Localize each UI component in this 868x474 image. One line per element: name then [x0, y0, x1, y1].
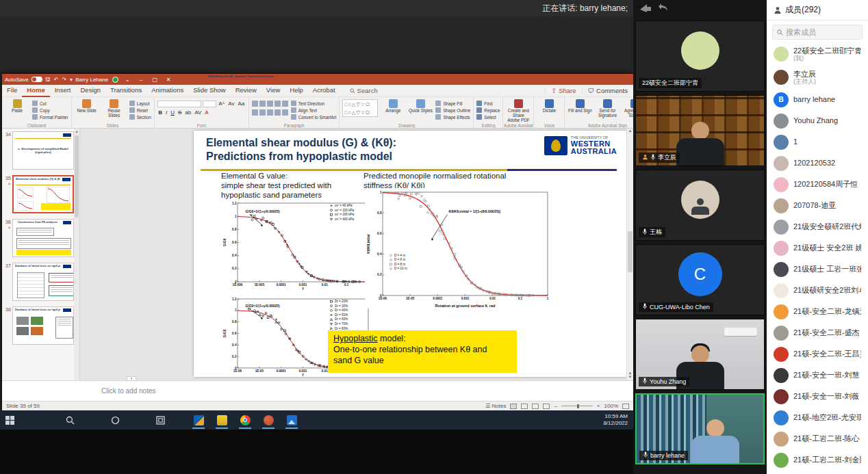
ribbon-button-find[interactable]: Find: [476, 101, 500, 106]
member-row-21硕-工岩二班-刘金阳[interactable]: 21硕-工岩二班-刘金阳: [767, 449, 868, 471]
ribbon-button-copy[interactable]: Copy: [32, 107, 68, 113]
video-tile-22硕安全二班邵宁胄[interactable]: 22硕安全二班邵宁胄: [635, 21, 765, 92]
font-tool-a[interactable]: A^: [218, 101, 226, 107]
slide-canvas[interactable]: Elemental shear modulus (G) & (Kθ): Pred…: [194, 131, 626, 377]
video-tile-王栋[interactable]: 王栋: [635, 170, 765, 241]
notes-collapse-icon[interactable]: ▾: [127, 376, 136, 381]
thumbnail-scroll-thumb[interactable]: [75, 135, 79, 218]
tab-design[interactable]: Design: [75, 84, 105, 97]
ppt-titlebar[interactable]: AutoSave 🖫 ↶ ↷ ▾ CUG-Wuhan-Dec20 - Saved…: [2, 74, 633, 85]
share-button[interactable]: ⇧ Share: [545, 87, 581, 94]
font-style-i[interactable]: I: [164, 109, 168, 116]
slide-thumbnail-38[interactable]: 38Database of lateral tests on rigid pil…: [3, 306, 74, 345]
member-row-21级安全硕研2班代炜[interactable]: 21级安全硕研2班代炜: [767, 216, 868, 237]
search-box[interactable]: Search: [350, 87, 378, 94]
next-slide-icon[interactable]: ▼: [627, 375, 633, 379]
member-row-207078-迪亚[interactable]: 207078-迪亚: [767, 195, 868, 216]
annotation-arrows-icon[interactable]: [639, 3, 652, 14]
tab-help[interactable]: Help: [285, 84, 308, 97]
tab-transitions[interactable]: Transitions: [105, 84, 146, 97]
ribbon-button-shape-effects[interactable]: Shape Effects: [435, 114, 470, 120]
zoom-level[interactable]: 100%: [604, 403, 618, 409]
zoom-in-icon[interactable]: +: [597, 403, 600, 409]
thumbnail-canvas-35[interactable]: Elemental shear modulus (G) & (Kθ): Pred…: [12, 175, 74, 213]
member-row-youhu-zhang[interactable]: Youhu Zhang: [767, 110, 868, 131]
member-row-1202120584周子恒[interactable]: 1202120584周子恒: [767, 174, 868, 195]
task-view-button[interactable]: [151, 410, 170, 430]
font-name-box[interactable]: [157, 101, 201, 107]
ribbon-button-agreement-status[interactable]: Agreement Status: [622, 99, 633, 118]
paragraph-tool-icon[interactable]: [267, 109, 273, 116]
scroll-up-icon[interactable]: ▲: [627, 129, 633, 133]
ribbon-button-cut[interactable]: Cut: [32, 101, 68, 106]
font-style-u[interactable]: U: [170, 109, 176, 116]
taskbar-app-powerpoint[interactable]: [259, 410, 278, 430]
paragraph-tool-icon[interactable]: [282, 101, 288, 107]
ribbon-button-dictate[interactable]: Dictate: [537, 99, 561, 114]
ribbon-button-section[interactable]: Section: [129, 114, 151, 120]
thumbnail-canvas-34[interactable]: c. Development of simplified Model (rigi…: [12, 131, 74, 170]
member-row-21硕-安全一班-刘慧[interactable]: 21硕-安全一班-刘慧: [767, 365, 868, 386]
undo-arrow-icon[interactable]: [658, 3, 669, 12]
ribbon-button-shape-fill[interactable]: Shape Fill: [435, 101, 470, 106]
video-tile-cug-uwa-libo-chen[interactable]: CCUG-UWA-Libo Chen: [635, 244, 765, 315]
font-tool-aa[interactable]: Aa: [237, 101, 246, 107]
ribbon-button-arrange[interactable]: Arrange: [381, 99, 405, 114]
tab-acrobat[interactable]: Acrobat: [308, 84, 340, 97]
member-row-李立辰[interactable]: 李立辰(主持人): [767, 66, 868, 89]
font-style-b[interactable]: B: [157, 109, 164, 116]
font-style-ab[interactable]: ab: [184, 109, 192, 116]
font-tool-av[interactable]: Av: [227, 101, 235, 107]
member-row-22硕安全二班邵宁胄[interactable]: 22硕安全二班邵宁胄(我): [767, 42, 868, 66]
system-clock[interactable]: 10:59 AM 8/12/2022: [603, 413, 628, 427]
thumbnail-canvas-38[interactable]: Database of lateral tests on rigid piles…: [12, 306, 74, 345]
font-style-s[interactable]: S: [177, 109, 182, 116]
normal-view-icon[interactable]: [510, 404, 517, 409]
comments-button[interactable]: 🗩 Comments: [582, 87, 633, 94]
thumbnail-canvas-36[interactable]: Conclusions from FE analyses: [12, 219, 74, 257]
ribbon-button-select[interactable]: Select: [476, 114, 500, 120]
taskbar-search-button[interactable]: [60, 410, 79, 430]
member-row-1[interactable]: 1: [767, 131, 868, 153]
ribbon-button-fill-and-sign[interactable]: Fill and Sign: [567, 99, 592, 114]
scroll-up-icon[interactable]: ▲: [74, 129, 79, 134]
slide-sorter-view-icon[interactable]: [521, 404, 528, 409]
paragraph-tool-icon[interactable]: [259, 101, 266, 107]
slide-thumbnail-37[interactable]: 37Database of lateral tests on rigid pil…: [3, 263, 74, 301]
video-tile-youhu-zhang[interactable]: Youhu Zhang: [635, 319, 765, 390]
member-row-barry-lehane[interactable]: Bbarry lehane: [767, 89, 868, 110]
fit-to-window-icon[interactable]: [622, 404, 629, 409]
tab-review[interactable]: Review: [231, 84, 261, 97]
ribbon-button-text-direction[interactable]: Text Direction: [291, 101, 337, 106]
ribbon-button-align-text[interactable]: Align Text: [291, 107, 337, 113]
ribbon-button-layout[interactable]: Layout: [129, 101, 151, 106]
member-row-21硕-安全一班-刘薇[interactable]: 21硕-安全一班-刘薇: [767, 386, 868, 407]
paragraph-tool-icon[interactable]: [282, 109, 288, 116]
ribbon-button-format-painter[interactable]: Format Painter: [32, 114, 68, 120]
member-row-21硕-安全二班-王昌昊[interactable]: 21硕-安全二班-王昌昊: [767, 343, 868, 365]
ribbon-button-reuse-slides[interactable]: Reuse Slides: [102, 99, 127, 118]
font-style-a[interactable]: A: [204, 109, 209, 116]
ribbon-button-quick-styles[interactable]: Quick Styles: [408, 99, 433, 114]
paragraph-tool-icon[interactable]: [252, 109, 258, 116]
shapes-gallery[interactable]: □○△▽☆⬠ □○△▽☆⬠: [342, 99, 378, 117]
ribbon-button-paste[interactable]: Paste: [5, 99, 29, 114]
font-style-av[interactable]: AV: [194, 109, 203, 116]
ribbon-button-replace[interactable]: Replace: [476, 107, 500, 113]
tab-home[interactable]: Home: [22, 84, 49, 97]
reading-view-icon[interactable]: [532, 404, 539, 409]
member-row-21硕-安全二班-盛杰[interactable]: 21硕-安全二班-盛杰: [767, 322, 868, 343]
slide-thumbnail-36[interactable]: 36✶Conclusions from FE analyses: [3, 219, 74, 257]
zoom-slider[interactable]: [561, 406, 593, 406]
ribbon-button-reset[interactable]: Reset: [129, 107, 151, 113]
paragraph-tool-icon[interactable]: [267, 101, 273, 107]
cortana-button[interactable]: [105, 410, 125, 430]
tab-file[interactable]: File: [2, 84, 22, 97]
ribbon-button-new-slide[interactable]: New Slide: [75, 99, 99, 114]
paragraph-tool-icon[interactable]: [275, 109, 281, 116]
paragraph-tool-icon[interactable]: [252, 101, 258, 107]
slide-scrollbar[interactable]: ▲ ▲ ▼: [626, 129, 633, 380]
member-row-21级硕士-安全2班-姚瑞[interactable]: 21级硕士 安全2班 姚瑞: [767, 237, 868, 259]
tab-slide-show[interactable]: Slide Show: [188, 84, 231, 97]
font-size-box[interactable]: [203, 101, 216, 107]
